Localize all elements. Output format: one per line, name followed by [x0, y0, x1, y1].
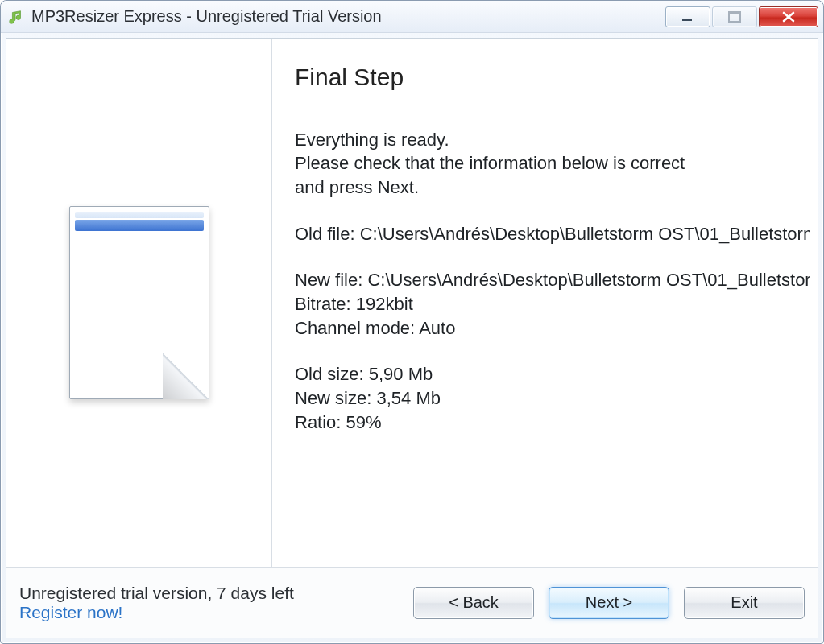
wizard-body: Final Step Everything is ready. Please c…	[6, 39, 818, 567]
close-button[interactable]	[759, 6, 818, 27]
size-block: Old size5,90 Mb New size3,54 Mb Ratio59%	[295, 362, 810, 434]
old-file-label: Old file	[295, 224, 360, 244]
titlebar: MP3Resizer Express - Unregistered Trial …	[1, 1, 823, 33]
channel-mode-label: Channel mode	[295, 318, 419, 338]
wizard-buttons: < Back Next > Exit	[413, 587, 805, 619]
minimize-button[interactable]	[665, 6, 710, 27]
intro-line: Please check that the information below …	[295, 151, 810, 175]
intro-line: and press Next.	[295, 175, 810, 200]
new-file-block: New fileC:\Users\Andrés\Desktop\Bulletst…	[295, 268, 810, 340]
back-button[interactable]: < Back	[413, 587, 534, 619]
trial-text: Unregistered trial version, 7 days left	[19, 584, 413, 603]
page-heading: Final Step	[295, 61, 810, 94]
client-area: Final Step Everything is ready. Please c…	[6, 38, 818, 638]
window-title: MP3Resizer Express - Unregistered Trial …	[31, 7, 665, 26]
svg-rect-0	[682, 19, 692, 21]
bitrate-value: 192kbit	[356, 294, 413, 314]
trial-status: Unregistered trial version, 7 days left …	[19, 584, 413, 622]
bitrate-label: Bitrate	[295, 294, 356, 314]
new-size-label: New size	[295, 388, 376, 408]
window-controls	[665, 6, 818, 27]
intro-line: Everything is ready.	[295, 128, 810, 152]
old-file-block: Old fileC:\Users\Andrés\Desktop\Bulletst…	[295, 222, 810, 246]
new-file-label: New file	[295, 270, 367, 290]
old-file-value: C:\Users\Andrés\Desktop\Bulletstorm OST\…	[360, 224, 810, 244]
app-window: MP3Resizer Express - Unregistered Trial …	[0, 0, 824, 644]
next-button[interactable]: Next >	[549, 587, 669, 619]
wizard-side-panel	[6, 39, 272, 567]
document-icon	[55, 198, 224, 407]
old-size-value: 5,90 Mb	[369, 364, 433, 384]
svg-rect-2	[729, 12, 740, 14]
new-size-value: 3,54 Mb	[376, 388, 441, 408]
new-file-value: C:\Users\Andrés\Desktop\Bulletstorm OST\…	[367, 270, 810, 290]
intro-text: Everything is ready. Please check that t…	[295, 128, 810, 200]
ratio-value: 59%	[346, 412, 382, 432]
wizard-footer: Unregistered trial version, 7 days left …	[6, 567, 818, 638]
ratio-label: Ratio	[295, 412, 346, 432]
old-size-label: Old size	[295, 364, 369, 384]
app-music-note-icon	[7, 8, 25, 26]
channel-mode-value: Auto	[419, 318, 455, 338]
wizard-main-panel: Final Step Everything is ready. Please c…	[272, 39, 818, 567]
register-link[interactable]: Register now!	[19, 603, 122, 621]
maximize-button	[712, 6, 757, 27]
exit-button[interactable]: Exit	[684, 587, 805, 619]
